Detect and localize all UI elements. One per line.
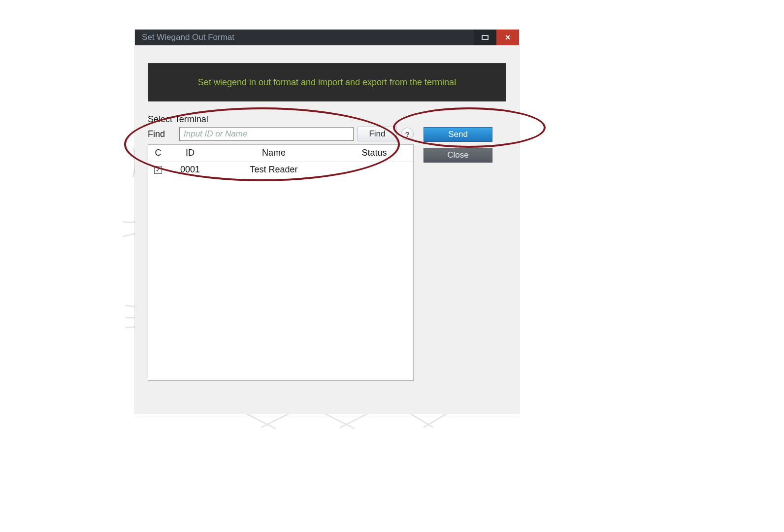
svg-line-3 [246, 414, 276, 429]
actions-panel: Send Close [424, 114, 497, 163]
description-banner: Set wiegend in out format and import and… [148, 63, 506, 101]
select-terminal-panel: Select Terminal Find Find ? [148, 114, 414, 406]
terminal-grid[interactable]: C ID Name Status ✓ [148, 144, 414, 381]
close-button[interactable]: Close [424, 148, 492, 163]
send-button-label: Send [448, 130, 468, 139]
row-checkbox[interactable]: ✓ [154, 166, 162, 174]
find-label: Find [148, 129, 175, 139]
find-button[interactable]: Find [358, 127, 397, 141]
window-title: Set Wiegand Out Format [142, 33, 234, 42]
col-status-header: Status [335, 145, 413, 162]
grid-header-row: C ID Name Status [148, 145, 413, 162]
window-close-button[interactable]: × [496, 30, 519, 45]
col-id-header: ID [168, 145, 212, 162]
row-status [335, 162, 413, 178]
svg-line-4 [261, 413, 291, 428]
titlebar[interactable]: Set Wiegand Out Format × [135, 30, 519, 45]
svg-line-6 [340, 413, 369, 428]
banner-text: Set wiegend in out format and import and… [198, 77, 456, 88]
row-name: Test Reader [212, 162, 335, 178]
table-row[interactable]: ✓ 0001 Test Reader [148, 162, 413, 178]
close-button-label: Close [447, 150, 468, 160]
svg-line-5 [325, 414, 355, 429]
close-icon: × [505, 33, 511, 43]
svg-line-8 [424, 413, 448, 428]
col-c-header: C [148, 145, 168, 162]
send-button[interactable]: Send [424, 127, 492, 142]
find-input[interactable] [179, 127, 354, 141]
check-icon: ✓ [156, 167, 161, 173]
col-name-header: Name [212, 145, 335, 162]
maximize-button[interactable] [474, 30, 496, 45]
svg-line-7 [409, 413, 433, 428]
dialog-window: Set Wiegand Out Format × Set wiegend in … [135, 30, 519, 414]
dialog-body: Set wiegend in out format and import and… [135, 45, 519, 414]
help-button[interactable]: ? [401, 128, 414, 140]
row-id: 0001 [168, 162, 212, 178]
find-row: Find Find ? [148, 127, 414, 141]
select-terminal-label: Select Terminal [148, 114, 414, 125]
maximize-icon [482, 35, 489, 40]
help-icon: ? [405, 130, 409, 138]
find-button-label: Find [369, 129, 385, 139]
